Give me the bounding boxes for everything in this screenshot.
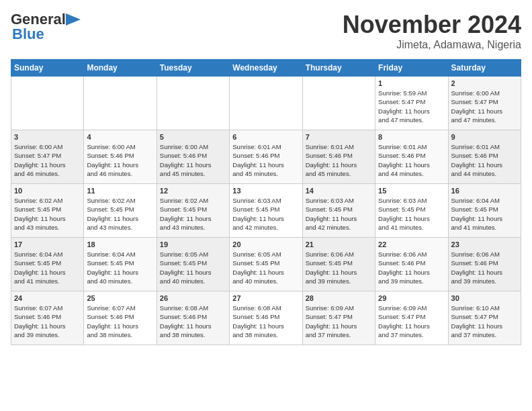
calendar-day-cell: 29Sunrise: 6:09 AM Sunset: 5:47 PM Dayli… (375, 291, 448, 345)
calendar-day-cell: 27Sunrise: 6:08 AM Sunset: 5:46 PM Dayli… (230, 291, 302, 345)
calendar-day-cell: 25Sunrise: 6:07 AM Sunset: 5:46 PM Dayli… (84, 291, 157, 345)
calendar-day-cell: 10Sunrise: 6:02 AM Sunset: 5:45 PM Dayli… (11, 184, 84, 238)
day-info: Sunrise: 6:03 AM Sunset: 5:45 PM Dayligh… (378, 196, 445, 232)
calendar-day-cell: 24Sunrise: 6:07 AM Sunset: 5:46 PM Dayli… (11, 291, 84, 345)
page-header: General Blue November 2024 Jimeta, Adama… (11, 11, 521, 51)
calendar-day-cell: 28Sunrise: 6:09 AM Sunset: 5:47 PM Dayli… (302, 291, 375, 345)
calendar-day-cell (157, 77, 229, 130)
calendar-table: SundayMondayTuesdayWednesdayThursdayFrid… (11, 59, 521, 345)
day-number: 2 (451, 79, 518, 87)
day-number: 8 (378, 133, 445, 141)
calendar-day-cell: 22Sunrise: 6:06 AM Sunset: 5:46 PM Dayli… (375, 238, 448, 291)
day-info: Sunrise: 6:00 AM Sunset: 5:46 PM Dayligh… (87, 142, 153, 178)
calendar-day-cell (302, 77, 375, 130)
calendar-day-cell: 4Sunrise: 6:00 AM Sunset: 5:46 PM Daylig… (84, 130, 157, 184)
svg-marker-0 (66, 13, 81, 26)
calendar-week-row: 1Sunrise: 5:59 AM Sunset: 5:47 PM Daylig… (11, 77, 521, 130)
day-of-week-header: Saturday (448, 60, 521, 77)
day-info: Sunrise: 6:01 AM Sunset: 5:46 PM Dayligh… (306, 142, 372, 178)
calendar-day-cell: 26Sunrise: 6:08 AM Sunset: 5:46 PM Dayli… (157, 291, 229, 345)
location: Jimeta, Adamawa, Nigeria (343, 39, 521, 51)
day-info: Sunrise: 6:04 AM Sunset: 5:45 PM Dayligh… (451, 196, 518, 232)
calendar-day-cell: 8Sunrise: 6:01 AM Sunset: 5:46 PM Daylig… (375, 130, 448, 184)
logo-arrow-icon (66, 13, 81, 26)
calendar-day-cell: 14Sunrise: 6:03 AM Sunset: 5:45 PM Dayli… (302, 184, 375, 238)
day-number: 24 (14, 294, 81, 302)
day-number: 12 (160, 187, 226, 195)
day-number: 27 (232, 294, 299, 302)
day-info: Sunrise: 6:02 AM Sunset: 5:45 PM Dayligh… (14, 196, 81, 232)
day-info: Sunrise: 6:05 AM Sunset: 5:45 PM Dayligh… (160, 250, 226, 285)
day-of-week-header: Monday (84, 60, 157, 77)
calendar-day-cell: 7Sunrise: 6:01 AM Sunset: 5:46 PM Daylig… (302, 130, 375, 184)
day-info: Sunrise: 5:59 AM Sunset: 5:47 PM Dayligh… (378, 89, 445, 124)
day-number: 20 (232, 240, 299, 248)
day-number: 6 (232, 133, 299, 141)
day-info: Sunrise: 6:10 AM Sunset: 5:47 PM Dayligh… (451, 304, 518, 339)
day-info: Sunrise: 6:00 AM Sunset: 5:46 PM Dayligh… (160, 142, 226, 178)
day-of-week-header: Wednesday (230, 60, 302, 77)
calendar-day-cell (230, 77, 302, 130)
day-info: Sunrise: 6:06 AM Sunset: 5:46 PM Dayligh… (451, 250, 518, 285)
calendar-day-cell: 18Sunrise: 6:04 AM Sunset: 5:45 PM Dayli… (84, 238, 157, 291)
calendar-day-cell (11, 77, 84, 130)
day-number: 28 (306, 294, 372, 302)
day-info: Sunrise: 6:07 AM Sunset: 5:46 PM Dayligh… (14, 304, 81, 339)
day-number: 16 (451, 187, 518, 195)
calendar-day-cell: 21Sunrise: 6:06 AM Sunset: 5:45 PM Dayli… (302, 238, 375, 291)
day-info: Sunrise: 6:01 AM Sunset: 5:46 PM Dayligh… (378, 142, 445, 178)
day-of-week-header: Sunday (11, 60, 84, 77)
day-number: 11 (87, 187, 153, 195)
day-number: 5 (160, 133, 226, 141)
calendar-day-cell: 15Sunrise: 6:03 AM Sunset: 5:45 PM Dayli… (375, 184, 448, 238)
calendar-day-cell: 19Sunrise: 6:05 AM Sunset: 5:45 PM Dayli… (157, 238, 229, 291)
calendar-day-cell: 6Sunrise: 6:01 AM Sunset: 5:46 PM Daylig… (230, 130, 302, 184)
day-number: 4 (87, 133, 153, 141)
day-info: Sunrise: 6:04 AM Sunset: 5:45 PM Dayligh… (14, 250, 81, 285)
day-info: Sunrise: 6:08 AM Sunset: 5:46 PM Dayligh… (160, 304, 226, 339)
day-of-week-header: Friday (375, 60, 448, 77)
calendar-day-cell: 12Sunrise: 6:02 AM Sunset: 5:45 PM Dayli… (157, 184, 229, 238)
calendar-day-cell: 23Sunrise: 6:06 AM Sunset: 5:46 PM Dayli… (448, 238, 521, 291)
day-of-week-header: Thursday (302, 60, 375, 77)
day-info: Sunrise: 6:07 AM Sunset: 5:46 PM Dayligh… (87, 304, 153, 339)
calendar-day-cell: 17Sunrise: 6:04 AM Sunset: 5:45 PM Dayli… (11, 238, 84, 291)
day-number: 9 (451, 133, 518, 141)
calendar-week-row: 17Sunrise: 6:04 AM Sunset: 5:45 PM Dayli… (11, 238, 521, 291)
day-info: Sunrise: 6:03 AM Sunset: 5:45 PM Dayligh… (232, 196, 299, 232)
day-info: Sunrise: 6:09 AM Sunset: 5:47 PM Dayligh… (306, 304, 372, 339)
day-number: 13 (232, 187, 299, 195)
calendar-header-row: SundayMondayTuesdayWednesdayThursdayFrid… (11, 60, 521, 77)
day-number: 10 (14, 187, 81, 195)
day-info: Sunrise: 6:08 AM Sunset: 5:46 PM Dayligh… (232, 304, 299, 339)
calendar-day-cell: 11Sunrise: 6:02 AM Sunset: 5:45 PM Dayli… (84, 184, 157, 238)
calendar-body: 1Sunrise: 5:59 AM Sunset: 5:47 PM Daylig… (11, 77, 521, 345)
calendar-day-cell: 3Sunrise: 6:00 AM Sunset: 5:47 PM Daylig… (11, 130, 84, 184)
day-number: 7 (306, 133, 372, 141)
day-info: Sunrise: 6:09 AM Sunset: 5:47 PM Dayligh… (378, 304, 445, 339)
title-block: November 2024 Jimeta, Adamawa, Nigeria (343, 11, 521, 51)
calendar-day-cell: 13Sunrise: 6:03 AM Sunset: 5:45 PM Dayli… (230, 184, 302, 238)
calendar-week-row: 10Sunrise: 6:02 AM Sunset: 5:45 PM Dayli… (11, 184, 521, 238)
calendar-day-cell: 30Sunrise: 6:10 AM Sunset: 5:47 PM Dayli… (448, 291, 521, 345)
day-number: 18 (87, 240, 153, 248)
day-info: Sunrise: 6:00 AM Sunset: 5:47 PM Dayligh… (451, 89, 518, 124)
calendar-day-cell: 5Sunrise: 6:00 AM Sunset: 5:46 PM Daylig… (157, 130, 229, 184)
day-info: Sunrise: 6:02 AM Sunset: 5:45 PM Dayligh… (87, 196, 153, 232)
day-info: Sunrise: 6:02 AM Sunset: 5:45 PM Dayligh… (160, 196, 226, 232)
day-info: Sunrise: 6:00 AM Sunset: 5:47 PM Dayligh… (14, 142, 81, 178)
day-info: Sunrise: 6:01 AM Sunset: 5:46 PM Dayligh… (451, 142, 518, 178)
logo-blue-text: Blue (12, 26, 44, 43)
logo: General Blue (11, 11, 81, 43)
day-number: 14 (306, 187, 372, 195)
day-info: Sunrise: 6:04 AM Sunset: 5:45 PM Dayligh… (87, 250, 153, 285)
day-of-week-header: Tuesday (157, 60, 229, 77)
calendar-day-cell (84, 77, 157, 130)
day-number: 26 (160, 294, 226, 302)
day-info: Sunrise: 6:05 AM Sunset: 5:45 PM Dayligh… (232, 250, 299, 285)
day-number: 15 (378, 187, 445, 195)
day-number: 30 (451, 294, 518, 302)
day-number: 21 (306, 240, 372, 248)
calendar-day-cell: 2Sunrise: 6:00 AM Sunset: 5:47 PM Daylig… (448, 77, 521, 130)
day-info: Sunrise: 6:06 AM Sunset: 5:46 PM Dayligh… (378, 250, 445, 285)
